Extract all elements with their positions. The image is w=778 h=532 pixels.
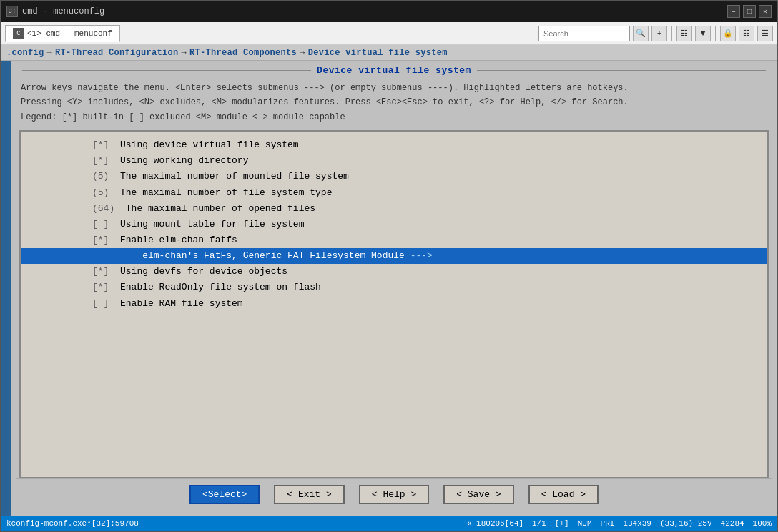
- menu-item-label-4: The maximal number of file system type: [120, 187, 332, 198]
- path-sep2: →: [182, 48, 187, 58]
- sidebar-strip: [1, 61, 11, 516]
- status-fraction: 1/1: [532, 519, 546, 528]
- separator2: [715, 26, 716, 41]
- path-part3: Device virtual file system: [308, 48, 448, 58]
- menu-item-8[interactable]: elm-chan's FatFs, Generic FAT Filesystem…: [21, 248, 767, 264]
- dropdown-button[interactable]: ▼: [695, 26, 711, 41]
- status-pri: PRI: [601, 519, 615, 528]
- lock-button[interactable]: 🔒: [720, 26, 736, 41]
- close-button[interactable]: ✕: [759, 5, 772, 18]
- menu-item-label-11: Enable RAM file system: [120, 298, 243, 309]
- window-controls: – □ ✕: [727, 5, 772, 18]
- menu-item-6[interactable]: [ ] Using mount table for file system: [21, 217, 767, 232]
- search-input[interactable]: [538, 26, 630, 41]
- menu-item-4[interactable]: (5) The maximal number of file system ty…: [21, 185, 767, 201]
- menu-item-label-5: The maximal number of opened files: [126, 203, 315, 214]
- help-line1: Arrow keys navigate the menu. <Enter> se…: [21, 81, 767, 95]
- path-sep3: →: [300, 48, 305, 58]
- menu-button[interactable]: ☰: [757, 26, 773, 41]
- menu-item-label-3: The maximal number of mounted file syste…: [120, 171, 349, 182]
- path-part1: RT-Thread Configuration: [55, 48, 179, 58]
- menu-item-9[interactable]: [*] Using devfs for device objects: [21, 264, 767, 280]
- status-zoom: 100%: [753, 519, 772, 528]
- toolbar: C <1> cmd - menuconf 🔍 + ☷ ▼ 🔒 ☷ ☰: [1, 22, 777, 45]
- menu-item-label-1: Using device virtual file system: [120, 139, 299, 150]
- help-text: Arrow keys navigate the menu. <Enter> se…: [16, 78, 772, 130]
- menu-item-3[interactable]: (5) The maximal number of mounted file s…: [21, 169, 767, 184]
- menu-item-5[interactable]: (64) The maximal number of opened files: [21, 201, 767, 217]
- exit-button[interactable]: < Exit >: [274, 485, 344, 504]
- window-frame: C: cmd - menuconfig – □ ✕ C <1> cmd - me…: [0, 0, 778, 532]
- grid-button[interactable]: ☷: [739, 26, 754, 41]
- tab-cmd-menuconf[interactable]: C <1> cmd - menuconf: [5, 25, 120, 42]
- load-button[interactable]: < Load >: [528, 485, 599, 504]
- menu-item-label-10: Enable ReadOnly file system on flash: [120, 282, 321, 292]
- tab-icon: C: [13, 28, 24, 39]
- help-line2: Pressing <Y> includes, <N> excludes, <M>…: [21, 95, 767, 109]
- app-icon: C:: [6, 6, 18, 17]
- menu-container[interactable]: [*] Using device virtual file system[*] …: [19, 130, 769, 478]
- toolbar-right: 🔍 + ☷ ▼ 🔒 ☷ ☰: [538, 26, 773, 41]
- bottom-bar: <Select>< Exit >< Help >< Save >< Load >: [16, 478, 772, 510]
- help-line3: Legend: [*] built-in [ ] excluded <M> mo…: [21, 110, 767, 124]
- maximize-button[interactable]: □: [743, 5, 756, 18]
- status-right: « 180206[64] 1/1 [+] NUM PRI 134x39 (33,…: [467, 519, 772, 528]
- menu-item-10[interactable]: [*] Enable ReadOnly file system on flash: [21, 280, 767, 295]
- status-pos: « 180206[64]: [467, 519, 523, 528]
- path-config: .config: [6, 48, 44, 58]
- minimize-button[interactable]: –: [727, 5, 740, 18]
- menu-item-label-8: elm-chan's FatFs, Generic FAT Filesystem…: [120, 250, 410, 261]
- menu-item-label-2: Using working directory: [120, 155, 248, 166]
- panel-title: Device virtual file system: [16, 64, 772, 77]
- title-bar: C: cmd - menuconfig – □ ✕: [1, 1, 777, 22]
- search-button[interactable]: 🔍: [633, 26, 649, 41]
- menu-item-label-9: Using devfs for device objects: [120, 266, 287, 277]
- menu-item-11[interactable]: [ ] Enable RAM file system: [21, 296, 767, 312]
- status-num: NUM: [578, 519, 592, 528]
- status-size: 42284: [721, 519, 744, 528]
- status-bar: kconfig-mconf.exe*[32]:59708 « 180206[64…: [1, 516, 777, 531]
- menu-item-label-7: Enable elm-chan fatfs: [120, 235, 237, 245]
- menu-item-label-6: Using mount table for file system: [120, 219, 304, 230]
- status-coords: 134x39: [623, 519, 651, 528]
- main-content: Device virtual file system Arrow keys na…: [1, 61, 777, 531]
- view-button[interactable]: ☷: [676, 26, 692, 41]
- save-button[interactable]: < Save >: [443, 485, 513, 504]
- menu-item-2[interactable]: [*] Using working directory: [21, 153, 767, 169]
- status-ins: [+]: [555, 519, 569, 528]
- help-button[interactable]: < Help >: [359, 485, 429, 504]
- panel-title-text: Device virtual file system: [317, 65, 471, 76]
- window-title: cmd - menuconfig: [22, 6, 723, 16]
- menuconfig-panel: Device virtual file system Arrow keys na…: [11, 61, 777, 516]
- status-left: kconfig-mconf.exe*[32]:59708: [6, 519, 461, 528]
- menu-item-1[interactable]: [*] Using device virtual file system: [21, 137, 767, 153]
- status-extra: (33,16) 25V: [660, 519, 712, 528]
- tab-label: <1> cmd - menuconf: [27, 29, 112, 38]
- path-sep1: →: [47, 48, 53, 58]
- path-bar: .config → RT-Thread Configuration → RT-T…: [1, 45, 777, 61]
- separator: [671, 26, 672, 41]
- add-button[interactable]: +: [651, 26, 667, 41]
- path-part2: RT-Thread Components: [189, 48, 297, 58]
- menu-item-7[interactable]: [*] Enable elm-chan fatfs: [21, 232, 767, 248]
- select-button[interactable]: <Select>: [189, 485, 260, 504]
